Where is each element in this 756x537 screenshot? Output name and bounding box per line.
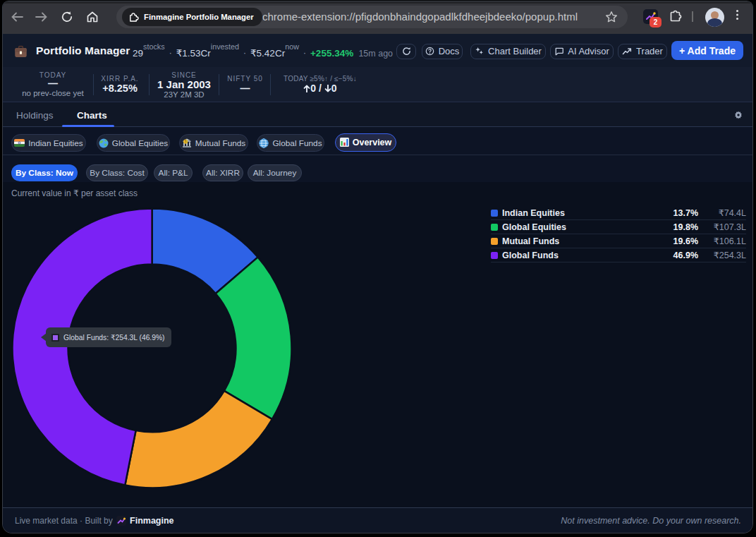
svg-text:$: $ [185,140,187,143]
